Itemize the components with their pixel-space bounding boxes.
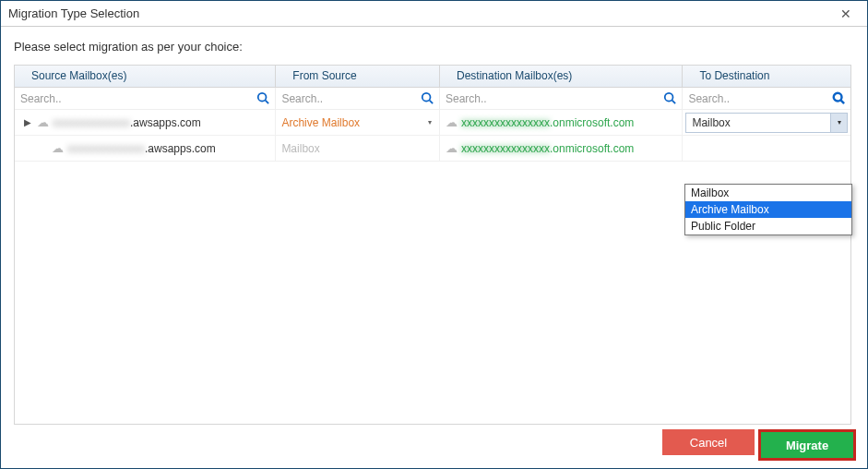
- to-destination-select[interactable]: Mailbox ▾: [685, 113, 848, 133]
- svg-line-7: [841, 101, 845, 104]
- source-mailbox-domain: .awsapps.com: [130, 116, 201, 129]
- chevron-down-icon[interactable]: ▾: [428, 118, 432, 126]
- search-icon[interactable]: [663, 91, 676, 104]
- search-to-destination[interactable]: [683, 89, 850, 109]
- cloud-icon: ☁: [446, 141, 458, 155]
- from-source-value[interactable]: Mailbox: [281, 142, 319, 155]
- search-icon[interactable]: [256, 91, 269, 104]
- close-icon[interactable]: ✕: [832, 6, 860, 21]
- cloud-icon: ☁: [52, 141, 64, 155]
- header-destination-mailbox[interactable]: Destination Mailbox(es): [440, 66, 683, 87]
- migrate-button-highlight: Migrate: [758, 429, 856, 461]
- dialog-body: Please select migration as per your choi…: [1, 27, 867, 434]
- dropdown-option-mailbox[interactable]: Mailbox: [685, 185, 851, 201]
- dropdown-option-archive-mailbox[interactable]: Archive Mailbox: [685, 201, 851, 218]
- to-destination-value: Mailbox: [692, 116, 730, 129]
- header-to-destination[interactable]: To Destination: [683, 66, 850, 87]
- cancel-button[interactable]: Cancel: [662, 429, 755, 455]
- table-row[interactable]: ☁ xxxxxxxxxxxxxx .awsapps.com Mailbox ☁ …: [15, 136, 850, 162]
- search-destination-mailbox[interactable]: [440, 89, 682, 109]
- svg-point-4: [665, 93, 673, 102]
- expand-icon[interactable]: ▶: [22, 117, 33, 127]
- header-source-mailbox[interactable]: Source Mailbox(es): [15, 66, 276, 87]
- column-headers: Source Mailbox(es) From Source Destinati…: [15, 66, 850, 88]
- dropdown-option-public-folder[interactable]: Public Folder: [685, 218, 851, 234]
- svg-line-3: [430, 101, 434, 104]
- migration-grid: Source Mailbox(es) From Source Destinati…: [14, 65, 851, 425]
- destination-mailbox-domain: .onmicrosoft.com: [550, 142, 634, 155]
- svg-line-1: [266, 101, 269, 104]
- svg-line-5: [672, 101, 676, 104]
- source-mailbox-domain: .awsapps.com: [145, 142, 216, 155]
- title-bar: Migration Type Selection ✕: [1, 1, 867, 27]
- source-mailbox-redacted: xxxxxxxxxxxxxx: [67, 142, 145, 155]
- instruction-text: Please select migration as per your choi…: [14, 40, 854, 54]
- cloud-icon: ☁: [37, 115, 49, 129]
- destination-mailbox-redacted: xxxxxxxxxxxxxxxx: [461, 142, 550, 155]
- from-source-value[interactable]: Archive Mailbox: [281, 116, 360, 129]
- svg-point-0: [258, 93, 267, 102]
- destination-mailbox-domain: .onmicrosoft.com: [550, 116, 634, 129]
- header-from-source[interactable]: From Source: [276, 66, 440, 87]
- window-title: Migration Type Selection: [8, 6, 832, 20]
- search-source-mailbox[interactable]: [15, 89, 275, 109]
- destination-mailbox-redacted: xxxxxxxxxxxxxxxx: [461, 116, 550, 129]
- svg-point-2: [422, 93, 431, 102]
- table-row[interactable]: ▶ ☁ xxxxxxxxxxxxxx .awsapps.com Archive …: [15, 110, 850, 136]
- dropdown-button-icon[interactable]: ▾: [830, 114, 847, 132]
- source-mailbox-redacted: xxxxxxxxxxxxxx: [53, 116, 130, 129]
- search-icon[interactable]: [832, 91, 845, 104]
- dialog-footer: Cancel Migrate: [662, 429, 856, 461]
- search-row: [15, 88, 850, 110]
- cloud-icon: ☁: [446, 115, 458, 129]
- migrate-button[interactable]: Migrate: [761, 432, 853, 458]
- to-destination-dropdown[interactable]: Mailbox Archive Mailbox Public Folder: [684, 184, 852, 235]
- svg-point-6: [834, 93, 842, 102]
- search-icon[interactable]: [421, 91, 434, 104]
- search-from-source[interactable]: [276, 89, 439, 109]
